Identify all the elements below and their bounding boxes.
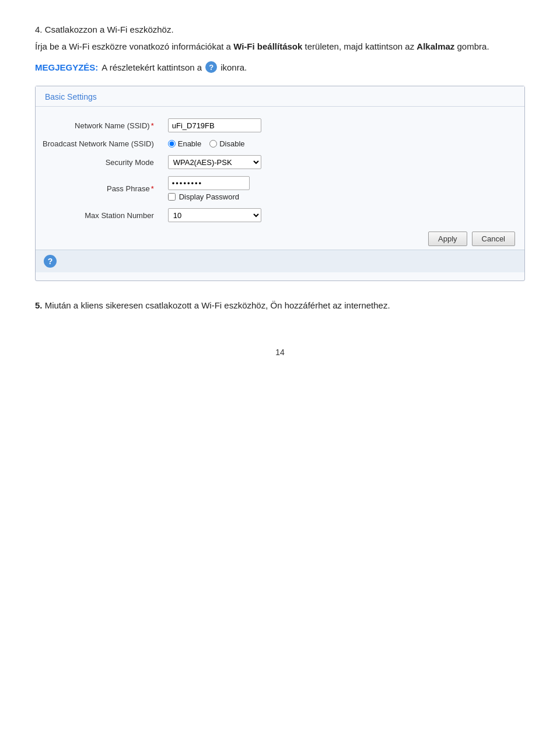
broadcast-disable-label[interactable]: Disable (209, 139, 244, 148)
passphrase-input[interactable] (168, 176, 250, 190)
broadcast-value-cell: Enable Disable (161, 136, 524, 152)
max-station-row: Max Station Number 10 (36, 205, 524, 226)
step4-line2-part3: gombra. (454, 41, 489, 51)
ssid-value-cell (161, 115, 524, 136)
passphrase-required: * (151, 184, 154, 193)
ssid-required: * (151, 121, 154, 130)
step4-line1: 4. Csatlakozzon a Wi-Fi eszközhöz. (35, 23, 525, 37)
apply-button[interactable]: Apply (428, 232, 467, 246)
broadcast-disable-text: Disable (219, 139, 244, 148)
note-text2: ikonra. (220, 62, 247, 72)
display-password-checkbox[interactable] (168, 193, 176, 201)
max-station-value-cell: 10 (161, 205, 524, 226)
help-bar: ? (36, 250, 524, 272)
max-station-select[interactable]: 10 (168, 208, 261, 222)
display-password-label: Display Password (179, 192, 239, 201)
note-label: MEGJEGYZÉS: (35, 62, 98, 72)
broadcast-row: Broadcast Network Name (SSID) Enable Dis… (36, 136, 524, 152)
page-number: 14 (35, 348, 525, 357)
cancel-button[interactable]: Cancel (472, 232, 515, 246)
step5-text: Miután a kliens sikeresen csatlakozott a… (43, 300, 390, 310)
security-mode-select[interactable]: WPA2(AES)-PSK (168, 155, 261, 169)
broadcast-disable-radio[interactable] (209, 140, 217, 148)
step4-line2-bold: Wi-Fi beállítások (233, 41, 302, 51)
step4-header: 4. Csatlakozzon a Wi-Fi eszközhöz. Írja … (35, 23, 525, 53)
broadcast-enable-label[interactable]: Enable (168, 139, 201, 148)
broadcast-radio-group: Enable Disable (168, 139, 517, 148)
note-text: A részletekért kattintson a (102, 62, 202, 72)
security-row: Security Mode WPA2(AES)-PSK (36, 152, 524, 173)
ssid-label: Network Name (SSID)* (36, 115, 161, 136)
step4-line2-part1: Írja be a Wi-Fi eszközre vonatkozó infor… (35, 41, 233, 51)
step4-line2-bold2: Alkalmaz (416, 41, 454, 51)
settings-form: Network Name (SSID)* Broadcast Network N… (36, 115, 524, 226)
step5: 5. Miután a kliens sikeresen csatlakozot… (35, 299, 525, 313)
broadcast-enable-radio[interactable] (168, 140, 176, 148)
basic-settings-box: Basic Settings Network Name (SSID)* Broa… (35, 86, 525, 281)
broadcast-label: Broadcast Network Name (SSID) (36, 136, 161, 152)
security-value-cell: WPA2(AES)-PSK (161, 152, 524, 173)
passphrase-row: Pass Phrase* Display Password (36, 173, 524, 205)
note-line: MEGJEGYZÉS: A részletekért kattintson a … (35, 61, 525, 73)
passphrase-value-cell: Display Password (161, 173, 524, 205)
max-station-label: Max Station Number (36, 205, 161, 226)
step5-number: 5. (35, 300, 43, 310)
passphrase-label: Pass Phrase* (36, 173, 161, 205)
step4-line2-part2: területen, majd kattintson az (302, 41, 416, 51)
button-row: Apply Cancel (36, 226, 524, 250)
help-icon-inline: ? (205, 61, 217, 73)
security-label: Security Mode (36, 152, 161, 173)
ssid-row: Network Name (SSID)* (36, 115, 524, 136)
display-password-row: Display Password (168, 192, 517, 201)
step4-line2: Írja be a Wi-Fi eszközre vonatkozó infor… (35, 40, 525, 54)
broadcast-enable-text: Enable (178, 139, 201, 148)
help-icon-bar[interactable]: ? (44, 255, 57, 268)
ssid-input[interactable] (168, 118, 261, 132)
settings-title: Basic Settings (36, 86, 524, 107)
